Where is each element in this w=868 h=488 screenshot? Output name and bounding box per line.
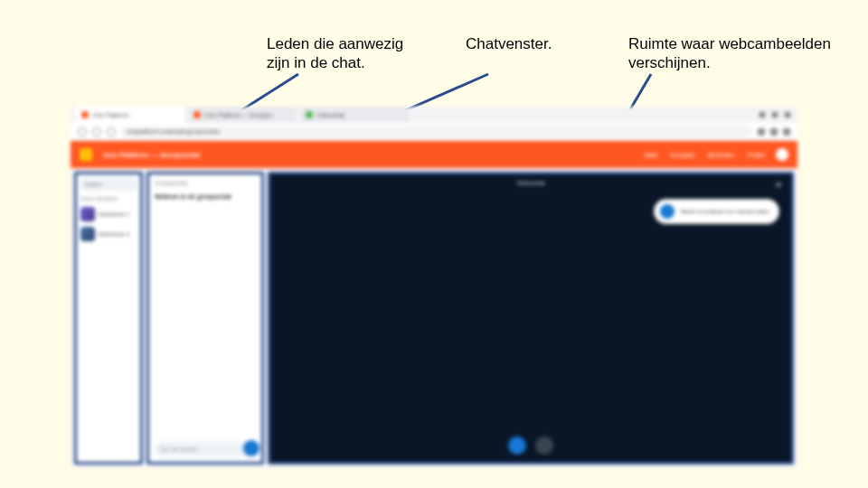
maximize-icon[interactable] [772, 112, 778, 117]
label-members: Leden die aanwezig zijn in de chat. [267, 34, 429, 73]
close-icon[interactable] [785, 112, 790, 117]
members-heading: Deelnemers [80, 196, 137, 202]
member-avatar [80, 227, 95, 241]
camera-button[interactable] [535, 436, 553, 455]
extension-icon[interactable] [770, 128, 778, 136]
search-placeholder: Zoeken [84, 182, 102, 187]
chat-title: Groepschat [155, 180, 256, 186]
mic-button[interactable] [508, 436, 526, 455]
app-content: Zoeken Deelnemers Deelnemer 1 Deelnemer … [71, 168, 797, 468]
url-text: onsplatform.example/groep/video [127, 128, 221, 135]
notice-text: Wacht tot anderen hun camera delen [680, 209, 769, 214]
toolbar-icons [758, 128, 790, 136]
nav-link[interactable]: Profiel [747, 152, 765, 158]
user-avatar[interactable] [776, 148, 788, 161]
member-name: Deelnemer 1 [99, 211, 129, 217]
menu-icon[interactable] [783, 128, 790, 136]
browser-toolbar: onsplatform.example/groep/video [71, 123, 797, 141]
nav-link[interactable]: Groepen [670, 152, 694, 158]
label-chat: Chatvenster. [466, 34, 592, 73]
site-title: Ons Platform — Groepschat [103, 151, 200, 159]
send-button[interactable] [243, 440, 259, 456]
member-name: Deelnemer 2 [99, 231, 129, 237]
browser-tabs: Ons Platform Ons Platform – Groepen Vide… [71, 107, 797, 123]
close-icon[interactable]: ✕ [775, 180, 782, 190]
tab-favicon [306, 111, 313, 118]
video-panel: Videochat ✕ Wacht tot anderen hun camera… [268, 172, 794, 465]
tab-label: Ons Platform [92, 112, 129, 118]
browser-tab[interactable]: Ons Platform – Groepen [188, 107, 297, 123]
member-item[interactable]: Deelnemer 2 [80, 227, 137, 241]
search-input[interactable]: Zoeken [80, 178, 137, 191]
back-button[interactable] [78, 127, 87, 136]
site-nav: Start Groepen Berichten Profiel [645, 152, 765, 158]
chat-welcome: Welkom in de groepschat [155, 193, 256, 200]
tab-label: Videochat [316, 112, 344, 118]
video-title: Videochat [516, 180, 544, 186]
site-logo[interactable] [80, 148, 92, 161]
window-controls [752, 107, 797, 123]
tab-favicon [81, 111, 89, 118]
minimize-icon[interactable] [760, 112, 765, 117]
video-notice: Wacht tot anderen hun camera delen [655, 200, 778, 223]
member-item[interactable]: Deelnemer 1 [80, 207, 137, 221]
browser-window: Ons Platform Ons Platform – Groepen Vide… [71, 107, 797, 468]
members-panel: Zoeken Deelnemers Deelnemer 1 Deelnemer … [74, 172, 143, 465]
nav-link[interactable]: Berichten [708, 152, 735, 158]
browser-tab[interactable]: Ons Platform [76, 107, 184, 123]
tab-favicon [193, 111, 201, 118]
chat-input[interactable]: Typ een bericht… [155, 442, 256, 456]
video-controls [508, 436, 553, 455]
forward-button[interactable] [92, 127, 101, 136]
chat-panel: Groepschat Welkom in de groepschat Typ e… [146, 172, 264, 465]
address-bar[interactable]: onsplatform.example/groep/video [121, 127, 752, 137]
extension-icon[interactable] [758, 128, 765, 136]
chat-placeholder: Typ een bericht… [160, 446, 203, 452]
site-header: Ons Platform — Groepschat Start Groepen … [71, 141, 797, 168]
info-icon [660, 204, 675, 219]
browser-tab[interactable]: Videochat [300, 107, 409, 123]
annotation-labels: Leden die aanwezig zijn in de chat. Chat… [0, 34, 868, 73]
tab-label: Ons Platform – Groepen [204, 112, 273, 118]
nav-link[interactable]: Start [645, 152, 658, 158]
member-avatar [80, 207, 95, 221]
label-video: Ruimte waar webcambeelden verschijnen. [628, 34, 863, 73]
reload-button[interactable] [107, 127, 116, 136]
